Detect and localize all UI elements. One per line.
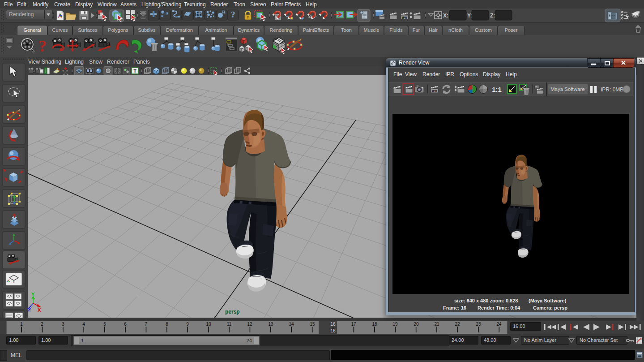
svg-text:X:: X: (443, 13, 448, 19)
svg-text:IPR: IPR (432, 90, 437, 93)
svg-text:X: X (38, 307, 41, 313)
svg-text:Y:: Y: (467, 13, 472, 19)
svg-text:?: ? (231, 10, 235, 19)
svg-text:“”: “” (535, 86, 537, 89)
svg-text:1:1: 1:1 (492, 86, 502, 93)
svg-text:Z: Z (28, 307, 31, 312)
svg-text:IPR: IPR (402, 16, 407, 19)
svg-text:Maya Software: Maya Software (550, 86, 585, 92)
svg-text:Y: Y (31, 292, 35, 297)
svg-text:Z:: Z: (490, 13, 495, 19)
svg-text:T: T (133, 68, 136, 73)
svg-text:?: ? (38, 37, 47, 55)
svg-text:IPR: 0MB: IPR: 0MB (601, 86, 623, 93)
svg-text:persp: persp (225, 309, 240, 315)
